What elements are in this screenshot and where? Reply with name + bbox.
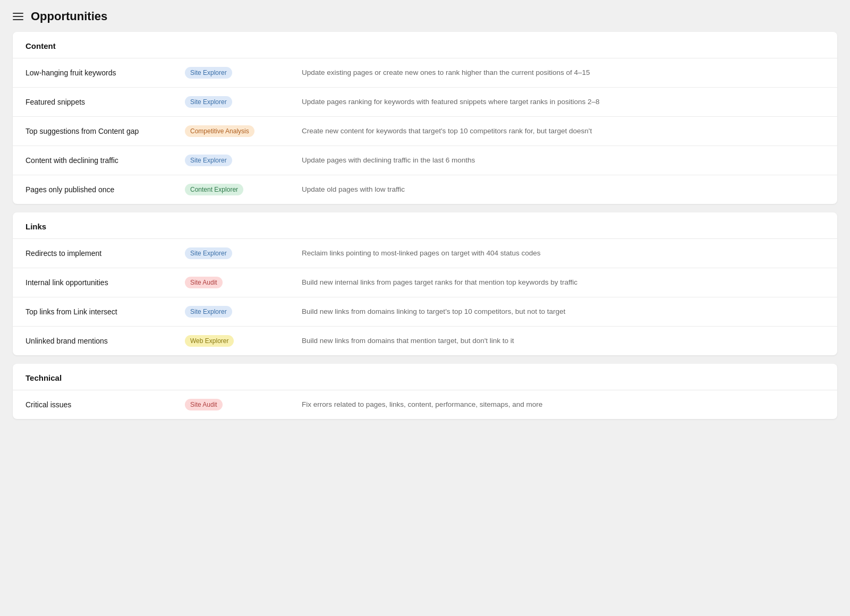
tag-wrapper: Site Explorer [185,306,291,318]
row-description: Reclaim links pointing to most-linked pa… [302,248,824,259]
tag-site-audit[interactable]: Site Audit [185,277,223,288]
table-row[interactable]: Featured snippetsSite ExplorerUpdate pag… [13,88,837,117]
table-row[interactable]: Top links from Link intersectSite Explor… [13,297,837,327]
table-row[interactable]: Internal link opportunitiesSite AuditBui… [13,268,837,297]
section-content: ContentLow-hanging fruit keywordsSite Ex… [13,32,837,204]
tag-wrapper: Site Explorer [185,67,291,79]
row-name: Top suggestions from Content gap [26,127,174,135]
section-header-technical: Technical [13,364,837,390]
page-header: Opportunities [0,0,850,32]
table-row[interactable]: Critical issuesSite AuditFix errors rela… [13,390,837,419]
row-name: Critical issues [26,400,174,409]
tag-site-explorer[interactable]: Site Explorer [185,96,232,108]
tag-site-audit[interactable]: Site Audit [185,399,223,410]
row-name: Featured snippets [26,98,174,106]
page-title: Opportunities [31,10,107,23]
row-description: Create new content for keywords that tar… [302,126,824,136]
tag-site-explorer[interactable]: Site Explorer [185,67,232,79]
main-content: ContentLow-hanging fruit keywordsSite Ex… [0,32,850,432]
row-description: Update pages with declining traffic in t… [302,155,824,166]
section-header-content: Content [13,32,837,58]
row-description: Build new links from domains that mentio… [302,336,824,346]
tag-site-explorer[interactable]: Site Explorer [185,247,232,259]
row-name: Pages only published once [26,185,174,194]
tag-wrapper: Site Explorer [185,155,291,166]
row-name: Redirects to implement [26,249,174,258]
section-header-links: Links [13,212,837,239]
row-name: Unlinked brand mentions [26,337,174,345]
menu-icon[interactable] [13,13,23,20]
row-name: Internal link opportunities [26,278,174,287]
tag-wrapper: Site Explorer [185,247,291,259]
tag-wrapper: Site Audit [185,277,291,288]
row-description: Build new internal links from pages targ… [302,277,824,288]
row-description: Update pages ranking for keywords with f… [302,97,824,107]
table-row[interactable]: Redirects to implementSite ExplorerRecla… [13,239,837,268]
tag-web-explorer[interactable]: Web Explorer [185,335,234,347]
tag-wrapper: Web Explorer [185,335,291,347]
tag-wrapper: Content Explorer [185,184,291,195]
table-row[interactable]: Low-hanging fruit keywordsSite ExplorerU… [13,58,837,88]
table-row[interactable]: Pages only published onceContent Explore… [13,175,837,204]
row-name: Top links from Link intersect [26,307,174,316]
row-name: Content with declining traffic [26,156,174,165]
row-name: Low-hanging fruit keywords [26,69,174,77]
row-description: Update old pages with low traffic [302,184,824,195]
tag-competitive-analysis[interactable]: Competitive Analysis [185,125,254,137]
row-description: Update existing pages or create new ones… [302,67,824,78]
table-row[interactable]: Top suggestions from Content gapCompetit… [13,117,837,146]
table-row[interactable]: Unlinked brand mentionsWeb ExplorerBuild… [13,327,837,355]
tag-wrapper: Competitive Analysis [185,125,291,137]
tag-content-explorer[interactable]: Content Explorer [185,184,243,195]
tag-site-explorer[interactable]: Site Explorer [185,306,232,318]
tag-site-explorer[interactable]: Site Explorer [185,155,232,166]
row-description: Build new links from domains linking to … [302,306,824,317]
row-description: Fix errors related to pages, links, cont… [302,399,824,410]
tag-wrapper: Site Explorer [185,96,291,108]
section-technical: TechnicalCritical issuesSite AuditFix er… [13,364,837,419]
section-links: LinksRedirects to implementSite Explorer… [13,212,837,355]
tag-wrapper: Site Audit [185,399,291,410]
table-row[interactable]: Content with declining trafficSite Explo… [13,146,837,175]
